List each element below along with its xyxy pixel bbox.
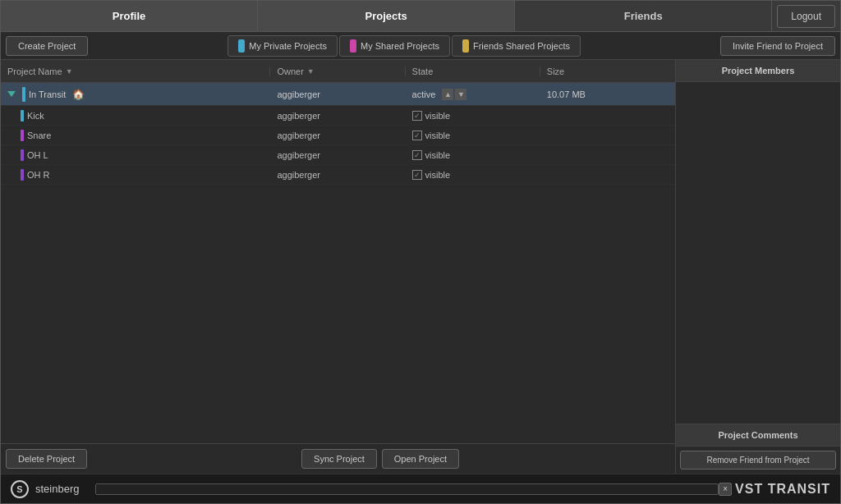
steinberg-circle-icon: S [11,480,29,498]
sub-nav-tabs: My Private Projects My Shared Projects F… [91,35,717,57]
track-state-ohl: ✓ visible [406,150,540,160]
bottom-center-buttons: Sync Project Open Project [90,449,670,469]
expand-icon[interactable] [7,91,16,97]
project-color-bar [22,87,25,102]
sort-owner-icon[interactable]: ▼ [307,67,315,76]
kick-checkbox[interactable]: ✓ [412,111,422,121]
track-row-kick[interactable]: Kick aggiberger ✓ visible [1,106,675,126]
top-nav: Profile Projects Friends Logout [1,1,840,32]
sync-project-button[interactable]: Sync Project [301,449,377,469]
snare-color-bar [21,130,24,141]
track-row-ohr[interactable]: OH R aggiberger ✓ visible [1,165,675,185]
header-size: Size [540,66,675,76]
progress-close-button[interactable]: × [719,483,732,496]
tab-friends-shared-projects[interactable]: Friends Shared Projects [452,35,581,57]
nav-projects[interactable]: Projects [258,1,515,31]
project-comments-button[interactable]: Project Comments [676,424,840,446]
app-window: Profile Projects Friends Logout Create P… [0,0,841,504]
track-state-ohr: ✓ visible [406,170,540,180]
project-name-cell: In Transit 🏠 [1,87,270,102]
shared-projects-dot [350,39,356,53]
track-state-kick: ✓ visible [406,111,540,121]
track-owner-snare: aggiberger [270,131,405,140]
track-row-snare[interactable]: Snare aggiberger ✓ visible [1,126,675,145]
project-panel: Project Name ▼ Owner ▼ State Size [1,60,676,474]
track-owner-ohl: aggiberger [270,150,405,160]
sort-project-name-icon[interactable]: ▼ [66,67,73,76]
track-state-snare: ✓ visible [406,131,540,140]
friends-projects-dot [462,39,469,53]
project-size-cell: 10.07 MB [540,89,675,99]
state-down-button[interactable]: ▼ [455,89,466,100]
project-owner-cell: aggiberger [270,89,405,99]
ohr-checkbox[interactable]: ✓ [412,170,422,180]
state-arrows: ▲ ▼ [442,89,466,100]
tab-my-private-projects[interactable]: My Private Projects [227,35,338,57]
sub-nav: Create Project My Private Projects My Sh… [1,32,840,60]
progress-bar-container: × [95,483,719,495]
nav-friends[interactable]: Friends [515,1,772,31]
project-state-cell: active ▲ ▼ [406,89,540,100]
project-row-in-transit[interactable]: In Transit 🏠 aggiberger active ▲ ▼ [1,83,675,106]
table-body: In Transit 🏠 aggiberger active ▲ ▼ [1,83,675,443]
header-owner: Owner ▼ [270,66,405,76]
progress-bar [95,483,719,495]
track-name-ohl: OH L [1,149,270,161]
state-up-button[interactable]: ▲ [442,89,453,100]
table-header: Project Name ▼ Owner ▼ State Size [1,60,675,83]
nav-profile[interactable]: Profile [1,1,258,31]
remove-friend-button[interactable]: Remove Friend from Project [680,451,836,470]
track-owner-ohr: aggiberger [270,170,405,180]
snare-checkbox[interactable]: ✓ [412,131,422,140]
track-name-ohr: OH R [1,169,270,181]
steinberg-logo: S steinberg [11,480,79,498]
ohl-color-bar [21,149,24,161]
status-bar: S steinberg × VST TRANSIT [1,474,840,503]
right-bottom-bar: Remove Friend from Project [676,446,840,474]
ohr-color-bar [21,169,24,181]
track-owner-kick: aggiberger [270,111,405,121]
right-panel: Project Members Project Comments Remove … [676,60,840,474]
ohl-checkbox[interactable]: ✓ [412,150,422,160]
header-state: State [406,66,540,76]
open-project-button[interactable]: Open Project [382,449,459,469]
vst-transit-label: VST TRANSIT [735,482,830,497]
track-row-ohl[interactable]: OH L aggiberger ✓ visible [1,145,675,165]
project-bottom-bar: Delete Project Sync Project Open Project [1,443,675,474]
kick-color-bar [21,110,24,121]
logout-button[interactable]: Logout [777,5,835,28]
project-members-body [676,82,840,424]
create-project-button[interactable]: Create Project [6,36,88,56]
track-name-kick: Kick [1,110,270,121]
project-members-header: Project Members [676,60,840,82]
delete-project-button[interactable]: Delete Project [6,449,87,469]
home-icon: 🏠 [72,89,85,100]
tab-my-shared-projects[interactable]: My Shared Projects [339,35,450,57]
invite-friend-button[interactable]: Invite Friend to Project [720,36,835,56]
header-project-name: Project Name ▼ [1,66,270,76]
private-projects-dot [238,39,245,53]
track-name-snare: Snare [1,130,270,141]
main-content: Project Name ▼ Owner ▼ State Size [1,60,840,474]
